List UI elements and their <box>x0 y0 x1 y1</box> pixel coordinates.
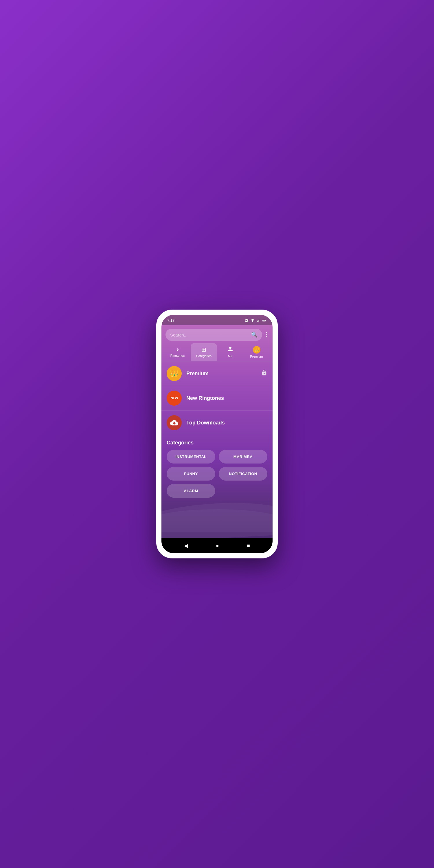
tab-ringtones[interactable]: ♪ Ringtones <box>164 343 191 361</box>
category-marimba[interactable]: MARIMBA <box>219 450 267 464</box>
category-alarm[interactable]: ALARM <box>167 484 215 498</box>
phone-frame: 7:17 <box>156 310 278 558</box>
top-downloads-icon-circle <box>167 415 182 430</box>
download-cloud-icon <box>170 418 178 427</box>
bottom-nav: ◀ ● ■ <box>161 538 273 553</box>
search-bar[interactable]: 🔍 <box>165 329 262 341</box>
tab-categories-label: Categories <box>196 354 212 358</box>
premium-crown-badge: 👑 <box>253 346 260 353</box>
home-button[interactable]: ● <box>216 543 219 549</box>
category-notification[interactable]: NOTIFICATION <box>219 467 267 480</box>
app-content: 🔍 ♪ Ringtones ⊞ Categories <box>161 325 273 553</box>
grid-icon: ⊞ <box>202 346 206 353</box>
tab-categories[interactable]: ⊞ Categories <box>191 343 217 361</box>
categories-section: Categories INSTRUMENTAL MARIMBA FUNNY NO… <box>161 435 273 500</box>
recents-button[interactable]: ■ <box>247 543 250 549</box>
battery-icon <box>261 318 267 322</box>
top-downloads-row[interactable]: Top Downloads <box>161 410 273 435</box>
crown-icon: 👑 <box>254 348 259 352</box>
gear-icon <box>245 318 249 322</box>
main-content: 👑 Premium NEW New Ringtones <box>161 361 273 538</box>
crown-premium-icon: 👑 <box>170 370 179 378</box>
new-ringtones-icon-circle: NEW <box>167 391 182 406</box>
top-downloads-label: Top Downloads <box>186 420 267 426</box>
premium-label: Premium <box>186 371 256 377</box>
search-area: 🔍 <box>161 325 273 343</box>
categories-title: Categories <box>167 440 267 446</box>
wave-background <box>161 500 273 538</box>
wifi-icon <box>251 318 255 322</box>
category-funny[interactable]: FUNNY <box>167 467 215 480</box>
signal-icon <box>256 318 260 322</box>
new-ringtones-row[interactable]: NEW New Ringtones <box>161 386 273 410</box>
tab-ringtones-label: Ringtones <box>170 354 185 357</box>
more-menu-button[interactable] <box>265 331 269 339</box>
more-dot-2 <box>266 334 267 335</box>
more-dot-1 <box>266 332 267 333</box>
lock-icon <box>261 370 267 378</box>
search-icon: 🔍 <box>251 332 257 338</box>
tab-premium-label: Premium <box>250 355 263 358</box>
status-bar: 7:17 <box>161 315 273 325</box>
status-time: 7:17 <box>167 318 175 322</box>
category-instrumental[interactable]: INSTRUMENTAL <box>167 450 215 464</box>
tab-premium[interactable]: 👑 Premium <box>243 343 270 361</box>
new-badge-icon: NEW <box>171 396 178 400</box>
premium-icon-circle: 👑 <box>167 366 182 381</box>
person-icon <box>227 346 233 353</box>
music-note-icon: ♪ <box>176 346 179 353</box>
phone-screen: 7:17 <box>161 315 273 553</box>
categories-grid: INSTRUMENTAL MARIMBA FUNNY NOTIFICATION … <box>167 450 267 498</box>
back-button[interactable]: ◀ <box>184 542 188 549</box>
new-ringtones-label: New Ringtones <box>186 395 267 401</box>
more-dot-3 <box>266 336 267 337</box>
tab-me-label: Me <box>228 354 232 358</box>
search-input[interactable] <box>170 333 248 337</box>
status-icons <box>245 318 267 322</box>
tab-bar: ♪ Ringtones ⊞ Categories Me <box>161 343 273 361</box>
tab-me[interactable]: Me <box>217 343 243 361</box>
premium-row[interactable]: 👑 Premium <box>161 361 273 386</box>
